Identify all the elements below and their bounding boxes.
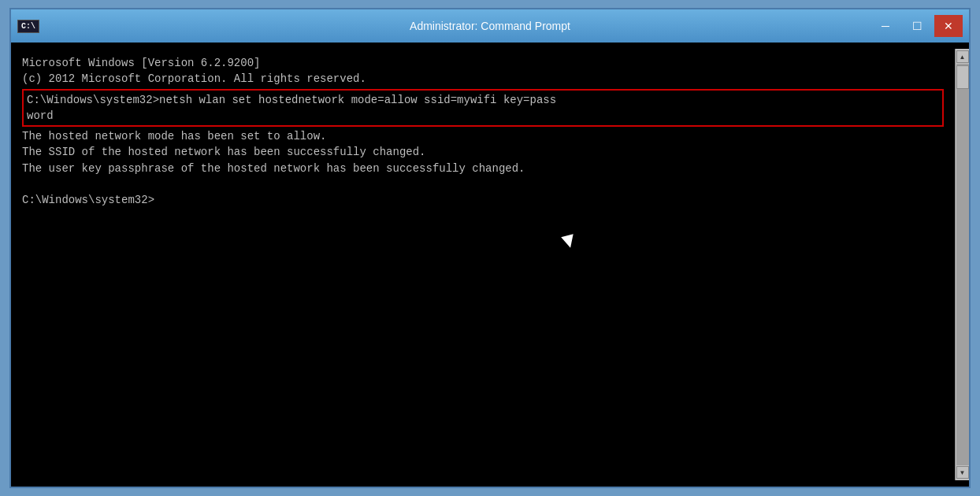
- console-line-6: The user key passphrase of the hosted ne…: [22, 161, 944, 176]
- maximize-button[interactable]: ☐: [903, 15, 931, 37]
- console-line-7: [22, 176, 944, 192]
- console-line-3a: C:\Windows\system32>netsh wlan set hoste…: [27, 92, 939, 108]
- scrollbar[interactable]: ▲ ▼: [955, 49, 969, 480]
- scrollbar-up-arrow[interactable]: ▲: [956, 50, 969, 63]
- close-button[interactable]: ✕: [934, 15, 963, 37]
- console-line-1: Microsoft Windows [Version 6.2.9200]: [22, 55, 944, 71]
- scrollbar-down-arrow[interactable]: ▼: [956, 466, 969, 479]
- minimize-button[interactable]: ─: [871, 15, 900, 37]
- console-line-2: (c) 2012 Microsoft Corporation. All righ…: [22, 71, 944, 87]
- title-bar-left: C:\: [17, 20, 39, 33]
- title-bar-controls: ─ ☐ ✕: [871, 15, 963, 37]
- window-title: Administrator: Command Prompt: [410, 20, 570, 32]
- console-line-5: The SSID of the hosted network has been …: [22, 144, 944, 160]
- cmd-icon: C:\: [17, 20, 39, 33]
- command-highlight-box: C:\Windows\system32>netsh wlan set hoste…: [22, 89, 944, 128]
- console-line-3b: word: [27, 108, 939, 124]
- console-line-8: C:\Windows\system32>: [22, 192, 944, 208]
- console-content[interactable]: Microsoft Windows [Version 6.2.9200] (c)…: [11, 49, 955, 480]
- scrollbar-thumb[interactable]: [956, 65, 969, 89]
- console-body: Microsoft Windows [Version 6.2.9200] (c)…: [11, 43, 969, 487]
- scrollbar-track: [956, 64, 969, 465]
- command-prompt-window: C:\ Administrator: Command Prompt ─ ☐ ✕ …: [9, 8, 971, 488]
- console-line-4: The hosted network mode has been set to …: [22, 128, 944, 144]
- title-bar: C:\ Administrator: Command Prompt ─ ☐ ✕: [11, 9, 969, 43]
